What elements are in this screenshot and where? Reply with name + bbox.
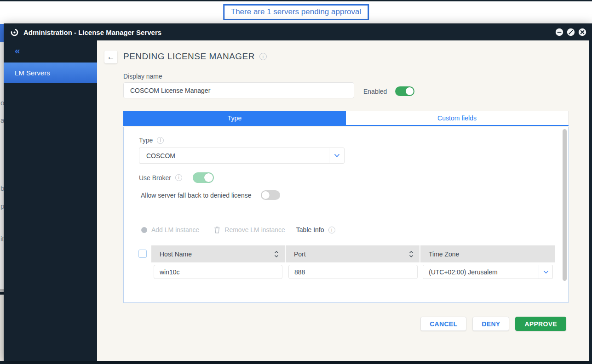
background-text-fragment: o <box>0 99 4 107</box>
window-titlebar: Administration - License Manager Servers <box>4 24 592 40</box>
sort-icon <box>274 250 279 257</box>
back-button[interactable]: ← <box>104 51 117 63</box>
background-page-fragment <box>0 295 4 361</box>
type-dropdown-value: COSCOM <box>139 148 329 163</box>
host-name-input[interactable] <box>154 265 282 279</box>
column-header-time-zone[interactable]: Time Zone <box>420 245 555 262</box>
back-arrow-icon: ← <box>107 52 115 62</box>
enabled-toggle[interactable] <box>395 86 414 96</box>
add-lm-instance-label: Add LM instance <box>151 226 199 233</box>
background-text-fragment: it <box>0 235 4 243</box>
action-buttons: CANCEL DENY APPROVE <box>420 317 566 331</box>
background-text-fragment: b <box>0 184 4 192</box>
use-broker-label: Use Broker <box>139 174 171 182</box>
sidebar: « LM Servers <box>4 40 97 361</box>
use-broker-info-icon[interactable]: i <box>175 174 182 181</box>
chevron-down-icon <box>334 154 340 158</box>
port-input[interactable] <box>288 265 418 279</box>
select-all-checkbox[interactable] <box>138 250 147 258</box>
table-info-label: Table Info <box>296 226 324 233</box>
display-name-label: Display name <box>123 73 162 80</box>
background-page-edge: o a b p it <box>0 23 4 290</box>
close-icon[interactable] <box>578 28 586 36</box>
enabled-label: Enabled <box>363 88 387 95</box>
sidebar-item-label: LM Servers <box>15 69 50 77</box>
table-info-icon[interactable]: i <box>328 227 335 233</box>
sidebar-collapse-button[interactable]: « <box>4 40 97 56</box>
fallback-toggle[interactable] <box>261 190 280 200</box>
column-label: Port <box>294 250 306 258</box>
add-lm-instance-button[interactable]: Add LM instance <box>141 226 199 233</box>
trash-icon <box>214 226 220 233</box>
remove-lm-instance-button[interactable]: Remove LM instance <box>214 226 285 233</box>
type-dropdown[interactable]: COSCOM <box>139 148 345 164</box>
type-label: Type <box>139 136 153 144</box>
cancel-button[interactable]: CANCEL <box>420 317 466 331</box>
page-title: PENDING LICENSE MANAGER i <box>123 51 267 62</box>
page-title-info-icon[interactable]: i <box>259 53 267 60</box>
type-info-icon[interactable]: i <box>157 137 164 144</box>
table-info-button[interactable]: Table Info i <box>296 226 335 233</box>
tab-custom-fields[interactable]: Custom fields <box>346 111 569 125</box>
app-logo-icon <box>10 28 19 37</box>
toggle-knob <box>262 191 270 199</box>
toggle-knob <box>204 173 213 182</box>
minimize-icon[interactable] <box>555 28 563 36</box>
time-zone-dropdown[interactable]: (UTC+02:00) Jerusalem <box>423 265 553 279</box>
deny-button[interactable]: DENY <box>472 317 509 331</box>
add-icon <box>141 227 147 233</box>
use-broker-toggle[interactable] <box>193 172 214 183</box>
background-right-edge <box>589 40 592 361</box>
restore-icon[interactable] <box>567 28 575 36</box>
background-text-fragment: a <box>0 116 4 124</box>
type-tab-panel: Type i COSCOM Use Broker i <box>123 127 569 303</box>
toggle-knob <box>406 87 414 95</box>
column-label: Host Name <box>160 250 192 258</box>
remove-lm-instance-label: Remove LM instance <box>224 226 285 233</box>
time-zone-value: (UTC+02:00) Jerusalem <box>423 265 539 279</box>
tab-strip: Type Custom fields <box>123 111 569 126</box>
page-title-text: PENDING LICENSE MANAGER <box>123 51 255 62</box>
column-header-port[interactable]: Port <box>286 245 420 262</box>
sidebar-item-lm-servers[interactable]: LM Servers <box>4 63 97 83</box>
main-content: ← PENDING LICENSE MANAGER i Display name… <box>97 40 589 361</box>
display-name-input[interactable] <box>123 82 354 98</box>
license-manager-window: Administration - License Manager Servers… <box>4 24 592 361</box>
column-label: Time Zone <box>429 250 459 258</box>
panel-scrollbar[interactable] <box>563 129 567 281</box>
approve-button[interactable]: APPROVE <box>515 317 566 331</box>
chevron-down-icon <box>543 270 549 274</box>
column-header-host-name[interactable]: Host Name <box>151 245 285 262</box>
background-text-fragment: p <box>0 202 4 210</box>
fallback-label: Allow server fall back to denied license <box>141 192 251 199</box>
table-header: Host Name Port Time <box>151 245 555 262</box>
tab-custom-fields-label: Custom fields <box>437 114 477 122</box>
tab-type-label: Type <box>228 114 241 122</box>
tab-type[interactable]: Type <box>123 111 346 125</box>
background-scrollbar-fragment <box>0 289 4 292</box>
sort-icon <box>409 250 414 257</box>
table-toolbar: Add LM instance Remove LM instance Table… <box>141 226 335 233</box>
background-blue-element <box>0 24 4 42</box>
pending-approval-banner[interactable]: There are 1 servers pending approval <box>223 4 369 20</box>
window-title: Administration - License Manager Servers <box>23 28 161 36</box>
